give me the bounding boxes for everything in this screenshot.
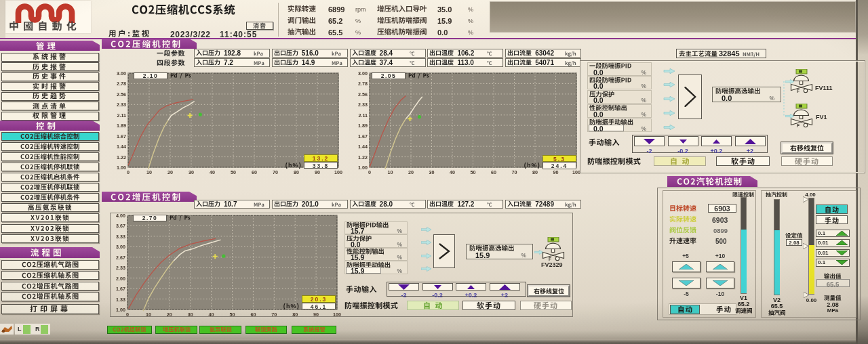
svg-text:F: F <box>797 89 800 93</box>
svg-text:F: F <box>797 123 800 128</box>
svg-text:F: F <box>549 257 551 261</box>
